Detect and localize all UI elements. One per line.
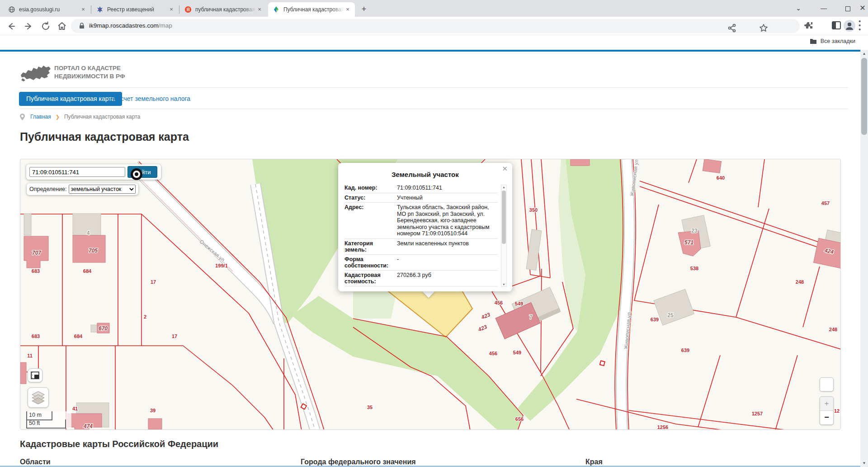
map-scale-control: 10 m 50 ft [26,411,71,429]
page-scrollbar[interactable]: ▲ ▼ [860,50,868,467]
parcel-label: 639 [651,317,659,322]
back-icon[interactable] [5,20,17,32]
zoom-control: + − [820,396,834,425]
side-panel-icon[interactable] [832,21,841,29]
close-icon[interactable]: × [256,6,263,13]
parcel-label: 538 [690,266,698,271]
close-icon[interactable]: × [168,6,175,13]
zoom-in-button[interactable]: + [820,397,833,411]
scrollbar-thumb[interactable] [861,58,867,135]
object-type-select[interactable]: земельный участок [69,185,136,194]
tab-title: Реестр извещений [107,6,168,13]
bookmarks-bar: Все закладки [0,35,868,50]
window-maximize-button[interactable] [842,3,854,14]
divider [20,87,848,88]
parcel-label: 4 [87,230,90,236]
all-bookmarks-label: Все закладки [821,38,855,44]
parcel-label: 248 [829,327,837,332]
close-icon[interactable]: × [344,6,351,13]
footer-col-regions[interactable]: Области [20,458,51,466]
tab-title: Публичная кадастровая ка [283,6,344,13]
home-icon[interactable] [56,20,68,32]
browser-tab-1[interactable]: esia.gosuslugi.ru × [4,2,90,17]
parcel-label: 12 [834,408,840,414]
map-extent-button[interactable] [820,377,834,391]
filter-label: Определение: [29,186,67,192]
breadcrumb: Главная ❯ Публичная кадастровая карта [20,112,140,121]
browser-menu-icon[interactable]: ••• [859,19,864,30]
tab-separator [179,5,179,14]
popup-scrollbar[interactable]: ▲ ▼ [501,185,507,287]
parcel-label: 457 [821,200,830,206]
browser-tab-2[interactable]: Реестр извещений × [92,2,179,17]
parcel-label: 683 [32,268,40,274]
address-bar[interactable]: ik9map.roscadastres.com/map [71,19,800,33]
window-minimize-button[interactable]: — [818,3,830,14]
svg-text:Я: Я [186,7,189,12]
layers-icon [28,388,48,407]
parcel-label: 17 [151,279,156,285]
browser-tab-3[interactable]: Я публичная кадастровая ка × [180,2,267,17]
breadcrumb-home-link[interactable]: Главная [30,114,51,120]
tab-title: esia.gosuslugi.ru [19,6,80,13]
lock-icon [78,22,85,29]
parcel-label: 1256 [657,424,668,430]
parcel-label: 35 [367,405,373,410]
zoom-out-button[interactable]: − [820,411,833,425]
scroll-down-icon[interactable]: ▼ [860,459,868,467]
parcel-label: 683 [32,334,40,339]
parcel-label: 684 [83,268,92,274]
footer-col-federal-cities[interactable]: Города федерального значения [301,458,416,466]
parcel-label: 7 [529,314,533,320]
parcel-label: 670 [99,325,108,332]
parcel-label: 456 [489,351,497,356]
folder-icon [810,38,817,44]
popup-row: Кадастровая стоимость:270266.3 руб [344,271,498,286]
popup-row: Статус:Учтенный [344,193,498,203]
popup-close-icon[interactable]: ✕ [502,165,508,173]
parcel-label: 11 [27,353,33,358]
ruler-icon [28,369,42,382]
mouse-cursor [131,168,142,180]
tab-public-cadastral-map[interactable]: Публичная кадастровая карта [19,92,122,106]
site-title: ПОРТАЛ О КАДАСТРЕ НЕДВИЖИМОСТИ В РФ [54,64,125,81]
search-input[interactable] [29,167,125,177]
bookmark-star-icon[interactable] [758,23,769,33]
scroll-down-icon[interactable]: ▼ [501,283,506,286]
tab-land-tax-link[interactable]: Расчет земельного налога [113,95,190,102]
all-bookmarks-button[interactable]: Все закладки [810,38,855,44]
parcel-label: 656 [515,416,524,422]
parcel-label: 17 [172,334,177,339]
measure-tool-button[interactable] [28,368,42,382]
reload-icon[interactable] [40,20,52,32]
parcel-label: 423 [480,311,491,321]
popup-row: Адрес:Тульская область, Заокский район, … [344,203,498,239]
parcel-label: 25 [667,312,674,319]
popup-row: Кад. номер:71:09:010511:741 [344,183,498,193]
layers-button[interactable] [28,387,49,408]
russia-map-logo [20,63,52,82]
new-tab-button[interactable]: + [358,4,370,15]
window-close-button[interactable]: ✕ [857,3,868,14]
profile-avatar[interactable] [844,20,855,32]
parcel-label: 640 [717,175,725,181]
browser-tab-4-active[interactable]: Публичная кадастровая ка × [268,2,355,17]
parcel-label: 23 [691,228,698,234]
tab-search-chevron-icon[interactable]: ⌄ [793,3,804,14]
scroll-up-icon[interactable]: ▲ [501,186,506,189]
parcel-label: 423 [477,324,488,333]
parcel-label: 549 [515,301,523,306]
browser-tab-strip: esia.gosuslugi.ru × Реестр извещений × Я… [0,0,868,17]
globe-icon [8,6,15,13]
divider [20,109,848,109]
popup-pointer [422,291,435,298]
extensions-puzzle-icon[interactable] [803,20,814,31]
footer-col-krais[interactable]: Края [585,458,603,466]
share-icon[interactable] [726,23,737,33]
parcel-label: 39 [150,408,156,413]
parcel-label: 549 [513,350,521,355]
popup-scroll-thumb[interactable] [502,191,506,244]
close-icon[interactable]: × [80,6,87,13]
scroll-up-icon[interactable]: ▲ [860,50,868,57]
forward-icon[interactable] [23,20,34,32]
